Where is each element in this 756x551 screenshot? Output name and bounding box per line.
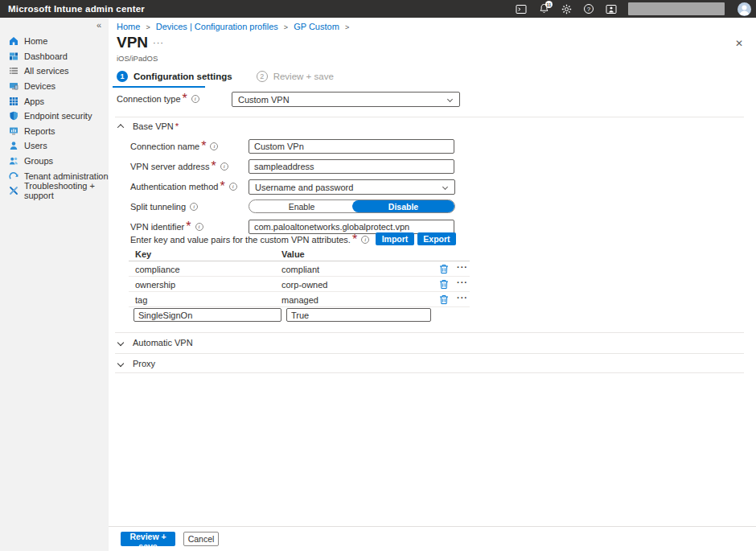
- sidebar-item-endpoint-security[interactable]: Endpoint security: [0, 109, 109, 124]
- connection-type-label: Connection type*i: [117, 92, 199, 106]
- top-bar: Microsoft Intune admin center 11 ?: [0, 0, 756, 18]
- connection-name-label: Connection name*i: [130, 139, 218, 154]
- app-title: Microsoft Intune admin center: [0, 4, 145, 14]
- split-tunneling-enable-option[interactable]: Enable: [249, 200, 354, 212]
- tenant-administration-icon: [9, 171, 18, 181]
- apps-icon: [9, 97, 18, 106]
- row-more-icon[interactable]: ···: [457, 262, 468, 272]
- sidebar-collapse-icon[interactable]: «: [97, 20, 101, 30]
- row-more-icon[interactable]: ···: [457, 293, 468, 302]
- delete-row-icon[interactable]: [439, 279, 449, 290]
- import-button[interactable]: Import: [376, 232, 414, 245]
- page-title: VPN: [117, 34, 148, 51]
- row-more-icon[interactable]: ···: [457, 278, 468, 287]
- info-icon[interactable]: i: [361, 236, 369, 244]
- connection-type-select[interactable]: Custom VPN: [232, 92, 460, 107]
- sidebar: « Home Dashboard All services Devices Ap…: [0, 18, 109, 551]
- info-icon[interactable]: i: [190, 203, 198, 211]
- breadcrumb-configuration-profiles[interactable]: Devices | Configuration profiles: [156, 22, 278, 31]
- title-more-icon[interactable]: ···: [153, 38, 164, 47]
- cloud-shell-icon[interactable]: [516, 3, 527, 14]
- authentication-method-label: Authentication method*i: [130, 179, 237, 194]
- table-row: ownership corp-owned ···: [129, 277, 470, 292]
- vpn-server-address-input[interactable]: [249, 159, 454, 174]
- all-services-icon: [9, 66, 18, 76]
- help-icon[interactable]: ?: [583, 3, 594, 14]
- sidebar-item-apps[interactable]: Apps: [0, 93, 109, 109]
- delete-row-icon[interactable]: [439, 264, 449, 274]
- section-automatic-vpn[interactable]: Automatic VPN: [118, 338, 193, 347]
- new-attribute-row: [129, 307, 470, 325]
- sidebar-item-troubleshooting-support[interactable]: Troubleshooting + support: [0, 183, 109, 199]
- info-icon[interactable]: i: [195, 223, 203, 231]
- breadcrumb-gp-custom[interactable]: GP Custom: [294, 22, 339, 31]
- info-icon[interactable]: i: [220, 162, 228, 171]
- split-tunneling-toggle: Enable Disable: [249, 199, 455, 213]
- info-icon[interactable]: i: [191, 95, 199, 103]
- breadcrumb: Home > Devices | Configuration profiles …: [117, 22, 352, 31]
- divider: [115, 372, 744, 373]
- split-tunneling-disable-option[interactable]: Disable: [352, 200, 454, 212]
- vpn-server-address-label: VPN server address*i: [130, 159, 228, 174]
- user-avatar[interactable]: [738, 2, 751, 16]
- delete-row-icon[interactable]: [439, 294, 449, 305]
- cancel-button[interactable]: Cancel: [183, 532, 219, 546]
- new-key-input[interactable]: [134, 308, 281, 322]
- main-content: Home > Devices | Configuration profiles …: [109, 18, 756, 551]
- notifications-icon[interactable]: 11: [538, 3, 549, 14]
- divider: [115, 117, 744, 117]
- home-icon: [9, 36, 18, 46]
- sidebar-item-home[interactable]: Home: [0, 34, 109, 49]
- notification-badge: 11: [545, 1, 553, 8]
- new-value-input[interactable]: [286, 308, 431, 322]
- split-tunneling-label: Split tunnelingi: [130, 199, 198, 214]
- endpoint-security-icon: [9, 111, 18, 121]
- chevron-down-icon: [117, 360, 124, 367]
- sidebar-item-users[interactable]: Users: [0, 138, 109, 154]
- authentication-method-select[interactable]: Username and password: [249, 179, 455, 195]
- table-row: tag managed ···: [129, 292, 470, 307]
- table-row: compliance compliant ···: [129, 261, 470, 277]
- tab-configuration-settings[interactable]: 1 Configuration settings: [117, 71, 232, 82]
- review-save-button[interactable]: Review + save: [121, 532, 175, 546]
- sidebar-item-all-services[interactable]: All services: [0, 64, 109, 79]
- dashboard-icon: [9, 51, 18, 61]
- divider: [115, 332, 744, 333]
- custom-attributes-label: Enter key and value pairs for the custom…: [130, 232, 369, 247]
- sidebar-item-reports[interactable]: Reports: [0, 124, 109, 139]
- troubleshooting-icon: [9, 186, 18, 195]
- reports-icon: [9, 126, 18, 136]
- breadcrumb-home[interactable]: Home: [117, 22, 140, 31]
- feedback-icon[interactable]: [606, 3, 617, 14]
- info-icon[interactable]: i: [229, 183, 237, 191]
- footer-divider: [109, 526, 756, 527]
- platform-subtitle: iOS/iPadOS: [117, 54, 158, 63]
- devices-icon: [9, 81, 18, 91]
- close-icon[interactable]: ✕: [733, 37, 746, 50]
- export-button[interactable]: Export: [417, 232, 456, 245]
- settings-gear-icon[interactable]: [561, 3, 572, 14]
- groups-icon: [9, 156, 18, 166]
- column-header-key: Key: [135, 249, 151, 259]
- column-header-value: Value: [281, 249, 305, 259]
- sidebar-item-devices[interactable]: Devices: [0, 79, 109, 94]
- wizard-steps: 1 Configuration settings 2 Review + save: [117, 71, 334, 82]
- info-icon[interactable]: i: [210, 142, 218, 150]
- chevron-up-icon: [117, 124, 124, 130]
- section-proxy[interactable]: Proxy: [118, 359, 155, 368]
- chevron-down-icon: [447, 97, 453, 102]
- account-info-redacted: [628, 2, 725, 15]
- chevron-down-icon: [442, 184, 448, 190]
- custom-attributes-table: Key Value compliance compliant ··· owner…: [129, 249, 470, 325]
- sidebar-item-dashboard[interactable]: Dashboard: [0, 49, 109, 64]
- users-icon: [9, 141, 18, 150]
- divider: [115, 353, 744, 354]
- sidebar-item-groups[interactable]: Groups: [0, 154, 109, 169]
- tab-review-save[interactable]: 2 Review + save: [257, 71, 334, 82]
- active-tab-underline: [113, 86, 205, 88]
- chevron-down-icon: [117, 339, 124, 346]
- table-header: Key Value: [129, 249, 470, 261]
- section-base-vpn[interactable]: Base VPN*: [118, 121, 179, 131]
- connection-name-input[interactable]: [249, 139, 454, 154]
